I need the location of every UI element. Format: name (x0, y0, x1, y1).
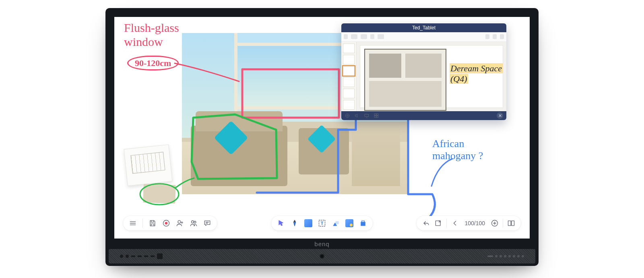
save-icon[interactable] (149, 219, 157, 227)
volume-icon[interactable] (354, 113, 360, 118)
grid-icon[interactable] (374, 113, 379, 118)
svg-rect-15 (336, 221, 339, 224)
sub-window-title[interactable]: Ted_Tablet (341, 23, 506, 32)
hw-button[interactable] (513, 255, 515, 257)
svg-point-12 (194, 221, 196, 223)
ribbon-item[interactable] (344, 34, 348, 39)
text-tool-icon[interactable]: T (318, 219, 326, 227)
ribbon-item[interactable] (361, 34, 367, 39)
ribbon-item[interactable] (378, 34, 384, 39)
record-icon[interactable] (162, 219, 170, 227)
svg-point-11 (192, 221, 194, 223)
port (151, 255, 155, 257)
slide-thumbnails[interactable] (341, 42, 357, 111)
divider (503, 219, 503, 228)
annotation-dream-space[interactable]: Deream Space (Q4) (450, 63, 506, 84)
prev-page-icon[interactable] (451, 219, 459, 227)
shapes-tool-icon[interactable] (332, 219, 340, 227)
export-icon[interactable] (434, 219, 442, 227)
hw-button[interactable] (487, 255, 493, 257)
svg-rect-18 (508, 221, 511, 226)
svg-point-2 (347, 115, 348, 116)
select-tool-icon[interactable] (277, 219, 285, 227)
divider (142, 219, 143, 228)
interactive-display: Flush-glass window 90-120cm African maho… (105, 8, 539, 266)
hw-button[interactable] (522, 255, 524, 257)
ribbon-item[interactable] (500, 34, 504, 39)
hw-button[interactable] (500, 255, 502, 257)
port (138, 255, 142, 257)
add-user-icon[interactable] (176, 219, 184, 227)
sketch-card[interactable] (124, 144, 172, 186)
slide-thumb[interactable] (343, 77, 355, 87)
annotation-dimension[interactable]: 90-120cm (127, 56, 179, 71)
camera-icon (320, 254, 324, 259)
pen-tool-icon[interactable] (291, 219, 299, 227)
svg-rect-5 (377, 114, 378, 115)
port (126, 255, 129, 258)
hw-button[interactable] (495, 255, 497, 257)
ribbon-item[interactable] (485, 34, 489, 39)
slide-thumb[interactable] (343, 44, 355, 53)
image-tool-icon[interactable] (345, 219, 353, 227)
sub-window-body: Deream Space (Q4) (341, 42, 506, 111)
sub-window-ribbon[interactable] (341, 32, 506, 42)
divider (446, 219, 447, 228)
speaker-bar (109, 249, 535, 263)
sub-window-close-button[interactable]: ✕ (497, 112, 503, 119)
audio-icon[interactable] (345, 113, 350, 118)
ribbon-item[interactable] (493, 34, 497, 39)
menu-icon[interactable] (129, 219, 137, 227)
ribbon-item[interactable] (370, 34, 374, 39)
svg-text:T: T (320, 220, 323, 226)
svg-rect-4 (374, 114, 376, 115)
comment-icon[interactable] (203, 219, 211, 227)
add-page-icon[interactable] (491, 219, 499, 227)
slide-thumb[interactable] (343, 55, 355, 64)
hw-button[interactable] (517, 255, 520, 257)
sub-window-bottom-bar: ✕ (341, 111, 506, 120)
whiteboard-screen[interactable]: Flush-glass window 90-120cm African maho… (114, 17, 530, 239)
page-counter: 100/100 (463, 220, 487, 226)
benq-logo: benq (314, 241, 329, 247)
annotation-window-title[interactable]: Flush-glass window (124, 21, 192, 49)
app-tool-icon[interactable] (359, 219, 367, 227)
sub-window-ted-tablet[interactable]: Ted_Tablet (341, 23, 506, 120)
users-icon[interactable] (190, 219, 198, 227)
svg-rect-19 (512, 221, 514, 226)
slide-thumb[interactable] (343, 89, 355, 98)
port (144, 255, 148, 257)
slide-thumb-active[interactable] (343, 66, 355, 76)
pages-overview-icon[interactable] (507, 219, 515, 227)
slide-canvas[interactable]: Deream Space (Q4) (360, 45, 503, 108)
floorplan-graphic (364, 49, 446, 111)
present-icon[interactable] (364, 113, 369, 118)
hardware-buttons (487, 255, 524, 257)
hw-button[interactable] (504, 255, 506, 257)
port (120, 255, 123, 258)
slide-thumb[interactable] (343, 100, 355, 110)
nfc-icon (157, 253, 163, 259)
svg-point-10 (178, 220, 181, 223)
svg-rect-3 (365, 114, 368, 117)
undo-icon[interactable] (422, 219, 430, 227)
toolbar-center: T (271, 216, 373, 230)
ribbon-item[interactable] (351, 34, 357, 39)
hw-button[interactable] (508, 255, 511, 257)
svg-point-9 (165, 222, 168, 225)
toolbar-left (123, 216, 217, 230)
square-tool-icon[interactable] (304, 219, 312, 227)
ports-left (120, 253, 163, 259)
toolbar-right: 100/100 (417, 216, 521, 230)
annotation-floor-question[interactable]: African mahogany ? (432, 138, 493, 162)
port (131, 255, 135, 257)
svg-rect-7 (377, 116, 378, 118)
fabric-swatch[interactable] (143, 184, 176, 204)
photo-table (352, 122, 400, 186)
svg-point-1 (345, 114, 349, 117)
svg-rect-6 (374, 116, 376, 118)
